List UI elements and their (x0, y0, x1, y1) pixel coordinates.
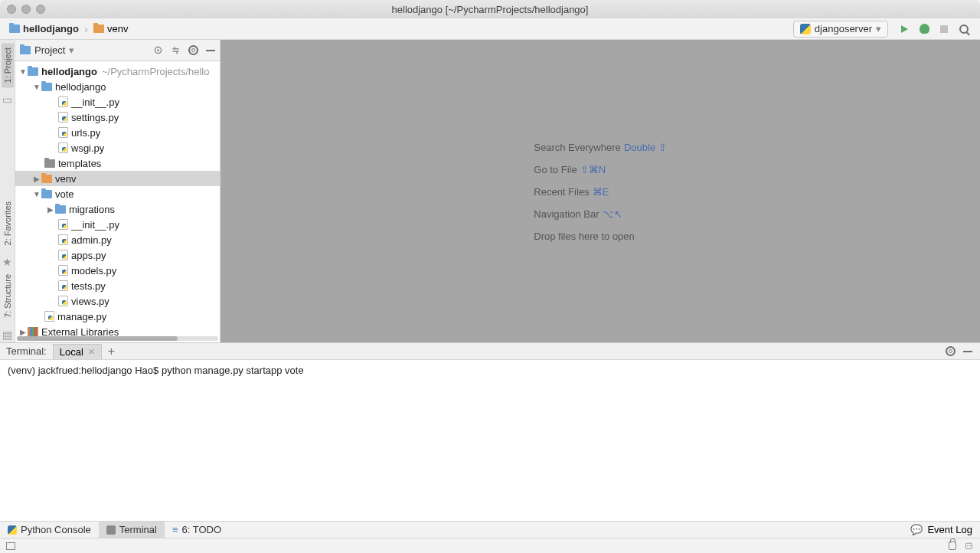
status-bar (0, 538, 980, 553)
tree-folder-venv[interactable]: ▶venv (15, 171, 220, 186)
tree-folder-vote[interactable]: ▼vote (15, 186, 220, 201)
tree-file[interactable]: settings.py (15, 110, 220, 125)
tree-file[interactable]: models.py (15, 263, 220, 278)
stop-icon (940, 25, 948, 33)
tree-folder-migrations[interactable]: ▶migrations (15, 201, 220, 217)
star-icon[interactable]: ★ (2, 256, 13, 267)
title-bar: hellodjango [~/PycharmProjects/hellodjan… (0, 0, 980, 18)
stop-button (936, 21, 952, 38)
folder-icon (55, 205, 66, 214)
python-file-icon (58, 112, 68, 123)
lock-icon[interactable] (949, 542, 956, 550)
event-log-label[interactable]: Event Log (927, 524, 972, 535)
tree-file-manage[interactable]: manage.py (15, 309, 220, 324)
python-file-icon (58, 97, 68, 107)
tab-todo[interactable]: ≡6: TODO (165, 522, 229, 538)
tool-windows-toggle-icon[interactable] (6, 542, 15, 550)
folder-icon (44, 159, 55, 168)
editor-empty-state[interactable]: Search Everywhere Double ⇧ Go to File ⇧⌘… (220, 40, 980, 342)
tree-file[interactable]: __init__.py (15, 217, 220, 232)
terminal-title: Terminal: (0, 345, 53, 357)
bookmark-icon[interactable]: ▭ (2, 93, 13, 104)
terminal-icon (106, 525, 116, 535)
horizontal-scrollbar[interactable] (17, 336, 218, 341)
project-panel-title[interactable]: Project (34, 44, 65, 56)
chevron-down-icon: ▾ (876, 23, 881, 34)
debug-button[interactable] (916, 21, 933, 38)
svg-point-4 (969, 545, 971, 547)
tree-project-root[interactable]: ▼hellodjango~/PycharmProjects/hello (15, 64, 220, 79)
breadcrumb-root[interactable]: hellodjango (6, 21, 82, 36)
hint-goto-shortcut: ⇧⌘N (580, 164, 606, 175)
python-icon (8, 525, 17, 535)
run-config-label: djangoserver (815, 23, 872, 34)
folder-icon (28, 67, 38, 76)
tree-file[interactable]: __init__.py (15, 94, 220, 110)
project-tree[interactable]: ▼hellodjango~/PycharmProjects/hello ▼hel… (15, 61, 220, 336)
python-file-icon (58, 280, 68, 291)
python-file-icon (58, 234, 68, 245)
todo-icon: ≡ (172, 524, 178, 535)
python-icon (800, 24, 811, 34)
hint-drop-label: Drop files here to open (534, 231, 635, 242)
tree-file[interactable]: urls.py (15, 125, 220, 140)
close-tab-icon[interactable]: ✕ (88, 347, 95, 357)
structure-icon[interactable]: ▤ (2, 329, 13, 339)
scroll-from-source-icon[interactable] (153, 45, 163, 55)
window-title: hellodjango [~/PycharmProjects/hellodjan… (0, 4, 980, 15)
tree-folder-hellodjango[interactable]: ▼hellodjango (15, 79, 220, 94)
chevron-down-icon[interactable]: ▾ (69, 44, 74, 56)
project-panel-header: Project ▾ (15, 40, 220, 61)
gear-icon[interactable] (946, 346, 956, 356)
tree-file[interactable]: wsgi.py (15, 140, 220, 155)
tree-file[interactable]: admin.py (15, 232, 220, 247)
sidebar-tab-project[interactable]: 1: Project (2, 43, 14, 87)
navigation-bar: hellodjango › venv djangoserver ▾ (0, 18, 980, 40)
breadcrumb-root-label: hellodjango (23, 23, 79, 34)
left-tool-gutter: 1: Project ▭ 2: Favorites ★ 7: Structure… (0, 40, 15, 342)
terminal-body[interactable]: (venv) jackfrued:hellodjango Hao$ python… (0, 360, 980, 521)
tree-file[interactable]: apps.py (15, 247, 220, 263)
collapse-all-icon[interactable] (171, 45, 181, 55)
tree-folder-templates[interactable]: templates (15, 155, 220, 171)
tab-python-console[interactable]: Python Console (0, 522, 99, 538)
svg-rect-2 (965, 543, 972, 548)
tree-file[interactable]: views.py (15, 293, 220, 309)
python-file-icon (58, 219, 68, 230)
hint-nav-label: Navigation Bar (534, 208, 599, 220)
tree-file[interactable]: tests.py (15, 278, 220, 293)
terminal-tab-label: Local (60, 346, 83, 358)
hide-icon[interactable] (963, 351, 972, 352)
run-config-selector[interactable]: djangoserver ▾ (793, 21, 888, 38)
folder-icon (93, 25, 104, 33)
event-log-icon: 💬 (910, 524, 923, 535)
gear-icon[interactable] (188, 45, 198, 55)
folder-icon (41, 190, 52, 198)
breadcrumb-separator-icon: › (84, 22, 88, 35)
breadcrumb-child-label: venv (107, 23, 128, 34)
project-tool-window: Project ▾ ▼hellodjango~/PycharmProjects/… (15, 40, 220, 342)
project-view-icon (20, 46, 31, 54)
search-icon (959, 25, 969, 34)
libraries-icon (28, 327, 38, 336)
tree-external-libraries[interactable]: ▶External Libraries (15, 324, 220, 336)
python-file-icon (58, 265, 68, 276)
new-terminal-button[interactable]: + (102, 345, 121, 358)
terminal-header: Terminal: Local ✕ + (0, 343, 980, 360)
sidebar-tab-favorites[interactable]: 2: Favorites (2, 197, 14, 250)
terminal-tab-local[interactable]: Local ✕ (53, 344, 102, 359)
breadcrumb-venv[interactable]: venv (90, 21, 131, 36)
svg-point-3 (967, 545, 969, 547)
python-file-icon (44, 311, 54, 322)
hide-icon[interactable] (206, 50, 215, 51)
hint-recent-label: Recent Files (534, 186, 589, 198)
sidebar-tab-structure[interactable]: 7: Structure (2, 270, 14, 322)
bottom-tool-tabs: Python Console Terminal ≡6: TODO 💬 Event… (0, 521, 980, 538)
search-everywhere-button[interactable] (956, 21, 972, 38)
hint-search-label: Search Everywhere (534, 142, 620, 153)
terminal-line: (venv) jackfrued:hellodjango Hao$ python… (8, 365, 972, 376)
hector-icon[interactable] (964, 541, 974, 551)
run-button[interactable] (896, 21, 913, 38)
tab-terminal[interactable]: Terminal (99, 522, 165, 538)
folder-icon (9, 25, 20, 33)
